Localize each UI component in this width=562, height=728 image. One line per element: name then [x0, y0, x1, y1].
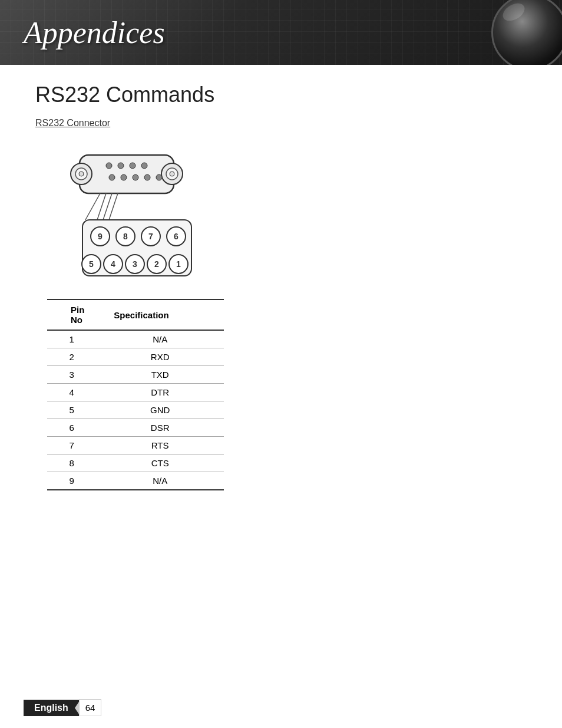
pin-spec: CTS — [96, 454, 224, 472]
table-row: 6DSR — [47, 419, 224, 437]
svg-point-8 — [118, 163, 124, 169]
pin-number: 7 — [47, 437, 96, 454]
svg-text:7: 7 — [148, 232, 153, 241]
svg-point-15 — [156, 174, 162, 180]
table-header-spec: Specification — [96, 299, 224, 330]
pin-number: 3 — [47, 366, 96, 384]
pin-number: 6 — [47, 419, 96, 437]
svg-text:4: 4 — [111, 259, 115, 269]
table-header-pin: Pin No — [47, 299, 96, 330]
table-row: 1N/A — [47, 330, 224, 348]
main-content: RS232 Commands RS232 Connector — [0, 65, 562, 514]
table-row: 3TXD — [47, 366, 224, 384]
lens-decoration — [480, 0, 562, 65]
page-number: 64 — [79, 699, 102, 716]
svg-point-12 — [121, 174, 127, 180]
pin-number: 2 — [47, 348, 96, 366]
svg-point-14 — [144, 174, 150, 180]
svg-point-7 — [106, 163, 112, 169]
pin-spec: TXD — [96, 366, 224, 384]
svg-text:3: 3 — [133, 259, 137, 269]
table-row: 8CTS — [47, 454, 224, 472]
header-banner: Appendices — [0, 0, 562, 65]
pin-number: 4 — [47, 384, 96, 401]
svg-point-10 — [141, 163, 147, 169]
connector-svg: 9 8 7 6 5 4 — [47, 143, 212, 281]
pin-number: 9 — [47, 472, 96, 490]
lens-circle — [491, 0, 562, 65]
pin-table: Pin No Specification 1N/A2RXD3TXD4DTR5GN… — [47, 299, 224, 490]
svg-rect-0 — [80, 155, 174, 193]
table-row: 7RTS — [47, 437, 224, 454]
svg-text:5: 5 — [89, 259, 94, 269]
pin-spec: N/A — [96, 330, 224, 348]
footer: English 64 — [24, 699, 101, 716]
pin-spec: DTR — [96, 384, 224, 401]
pin-spec: RTS — [96, 437, 224, 454]
svg-text:6: 6 — [174, 232, 178, 241]
svg-point-11 — [109, 174, 115, 180]
svg-text:8: 8 — [123, 232, 128, 241]
svg-text:1: 1 — [176, 259, 181, 269]
table-row: 5GND — [47, 401, 224, 419]
table-row: 4DTR — [47, 384, 224, 401]
svg-point-6 — [170, 172, 174, 176]
svg-line-16 — [85, 193, 100, 220]
pin-spec: N/A — [96, 472, 224, 490]
rs232-connector-link[interactable]: RS232 Connector — [35, 118, 110, 129]
svg-point-13 — [133, 174, 138, 180]
connector-diagram: 9 8 7 6 5 4 — [47, 143, 212, 281]
pin-number: 5 — [47, 401, 96, 419]
pin-spec: GND — [96, 401, 224, 419]
pin-number: 1 — [47, 330, 96, 348]
svg-text:2: 2 — [154, 259, 159, 269]
svg-point-9 — [130, 163, 135, 169]
page-title: RS232 Commands — [35, 83, 527, 107]
table-row: 9N/A — [47, 472, 224, 490]
svg-text:9: 9 — [98, 232, 103, 241]
svg-point-3 — [79, 172, 84, 176]
header-title: Appendices — [0, 15, 165, 50]
pin-spec: DSR — [96, 419, 224, 437]
pin-spec: RXD — [96, 348, 224, 366]
table-row: 2RXD — [47, 348, 224, 366]
language-badge: English — [24, 700, 79, 716]
pin-number: 8 — [47, 454, 96, 472]
